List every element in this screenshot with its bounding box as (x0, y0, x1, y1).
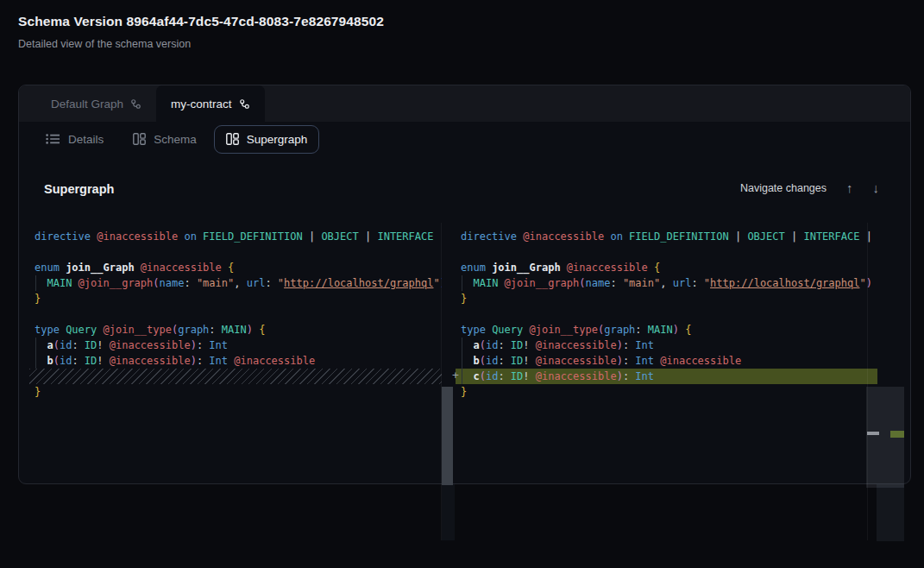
minimap-added-mark (890, 431, 904, 438)
graph-tab-my-contract[interactable]: my-contract (156, 85, 265, 122)
list-icon (46, 133, 60, 145)
minimap-text-mark (867, 432, 879, 435)
diff-added-line: c(id: ID! @inaccessible): Int (456, 369, 877, 384)
scrollbar-track (442, 484, 455, 540)
tab-label: Default Graph (51, 98, 123, 110)
code-line: MAIN @join__graph(name: "main", url: "ht… (456, 275, 877, 291)
code-line (456, 306, 877, 322)
code-line: type Query @join__type(graph: MAIN) { (29, 322, 442, 338)
diff-modified-pane[interactable]: directive @inaccessible on FIELD_DEFINIT… (456, 224, 877, 485)
supergraph-diff-editor: directive @inaccessible on FIELD_DEFINIT… (29, 224, 905, 485)
navigate-down-button[interactable]: ↓ (873, 181, 880, 194)
columns-icon (226, 133, 239, 145)
tab-label: my-contract (171, 98, 232, 110)
code-line: enum join__Graph @inaccessible { (456, 260, 877, 275)
navigate-up-button[interactable]: ↑ (846, 181, 853, 194)
code-line: directive @inaccessible on FIELD_DEFINIT… (29, 229, 442, 244)
subtab-label: Supergraph (247, 133, 308, 146)
minimap-track (877, 484, 904, 541)
code-line: } (29, 291, 442, 306)
code-line: } (456, 384, 877, 400)
code-line (456, 244, 877, 260)
view-subtabs: DetailsSchemaSupergraph (19, 122, 910, 156)
tab-schema[interactable]: Schema (121, 125, 209, 154)
navigate-changes-label: Navigate changes (740, 182, 827, 194)
graph-tab-strip: Default Graphmy-contract (19, 85, 910, 122)
columns-icon (133, 133, 146, 145)
editor-right-edge-line (867, 223, 868, 540)
diff-insert-plus-icon: + (446, 368, 465, 383)
subtab-label: Details (68, 133, 104, 146)
code-line: a(id: ID! @inaccessible): Int (456, 338, 877, 353)
code-line: type Query @join__type(graph: MAIN) { (456, 322, 877, 338)
page-root: Schema Version 8964af44-7dc5-47cd-8083-7… (0, 0, 924, 568)
code-line: b(id: ID! @inaccessible): Int @inaccessi… (456, 353, 877, 369)
variant-icon (130, 98, 141, 110)
code-line: b(id: ID! @inaccessible): Int @inaccessi… (29, 353, 442, 369)
code-line (29, 306, 442, 322)
code-line: } (456, 291, 877, 306)
code-line: directive @inaccessible on FIELD_DEFINIT… (456, 229, 877, 244)
graph-tab-default-graph[interactable]: Default Graph (36, 85, 156, 122)
variant-icon (239, 98, 250, 110)
subtab-label: Schema (154, 133, 197, 146)
page-title: Schema Version 8964af44-7dc5-47cd-8083-7… (18, 14, 384, 29)
code-line: enum join__Graph @inaccessible { (29, 260, 442, 275)
diff-original-pane[interactable]: directive @inaccessible on FIELD_DEFINIT… (29, 224, 442, 485)
code-line (29, 244, 442, 260)
supergraph-heading: Supergraph (44, 182, 114, 196)
code-line: } (29, 384, 442, 400)
navigate-changes: Navigate changes ↑ ↓ (740, 181, 879, 194)
code-line: a(id: ID! @inaccessible): Int (29, 338, 442, 353)
page-subtitle: Detailed view of the schema version (18, 38, 191, 50)
tab-details[interactable]: Details (34, 125, 116, 154)
schema-version-card: Default Graphmy-contract DetailsSchemaSu… (18, 85, 911, 484)
diff-placeholder-row (29, 369, 442, 384)
scrollbar-slider[interactable] (442, 387, 453, 485)
tab-supergraph[interactable]: Supergraph (214, 125, 320, 154)
code-line: MAIN @join__graph(name: "main", url: "ht… (29, 275, 442, 291)
